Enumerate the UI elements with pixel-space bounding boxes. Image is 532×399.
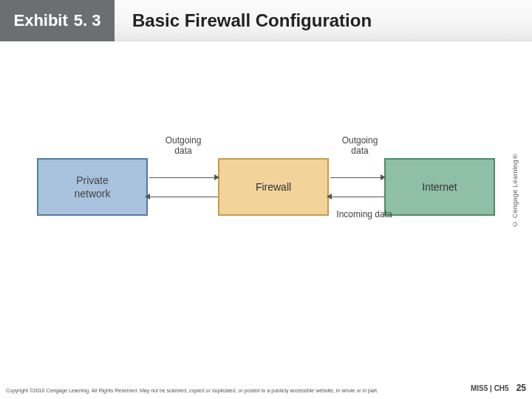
page-number: 25 bbox=[516, 383, 526, 393]
arrow-right-icon bbox=[214, 174, 219, 180]
slide-footer: Copyright ©2016 Cengage Learning. All Ri… bbox=[6, 383, 526, 393]
private-network-box: Private network bbox=[37, 158, 148, 216]
private-network-label: Private network bbox=[74, 174, 110, 200]
firewall-box: Firewall bbox=[218, 158, 329, 216]
arrow-line bbox=[330, 177, 382, 178]
exhibit-label: Exhibit bbox=[13, 11, 67, 30]
arrow-left-icon bbox=[327, 194, 332, 200]
book-ref: MIS5 | CH5 bbox=[471, 384, 509, 392]
firewall-label: Firewall bbox=[256, 181, 291, 193]
arrow-line bbox=[331, 197, 384, 197]
image-credit: © Cengage Learning® bbox=[511, 152, 519, 228]
arrow-line bbox=[149, 197, 218, 197]
internet-label: Internet bbox=[422, 181, 457, 193]
internet-box: Internet bbox=[384, 158, 495, 216]
exhibit-number: 5. 3 bbox=[74, 11, 101, 30]
outgoing-label-1: Outgoing data bbox=[161, 136, 205, 157]
outgoing-label-2: Outgoing data bbox=[338, 136, 382, 157]
arrow-line bbox=[149, 177, 216, 178]
incoming-label: Incoming data bbox=[331, 210, 398, 220]
slide-header: Exhibit 5. 3 Basic Firewall Configuratio… bbox=[0, 0, 532, 41]
exhibit-badge: Exhibit 5. 3 bbox=[0, 0, 115, 41]
footer-right: MIS5 | CH5 25 bbox=[471, 383, 526, 393]
diagram-area: Private network Firewall Internet Outgoi… bbox=[0, 41, 532, 322]
slide-title: Basic Firewall Configuration bbox=[132, 10, 372, 31]
arrow-left-icon bbox=[145, 194, 150, 200]
arrow-right-icon bbox=[381, 174, 386, 180]
copyright-text: Copyright ©2016 Cengage Learning. All Ri… bbox=[6, 388, 378, 393]
